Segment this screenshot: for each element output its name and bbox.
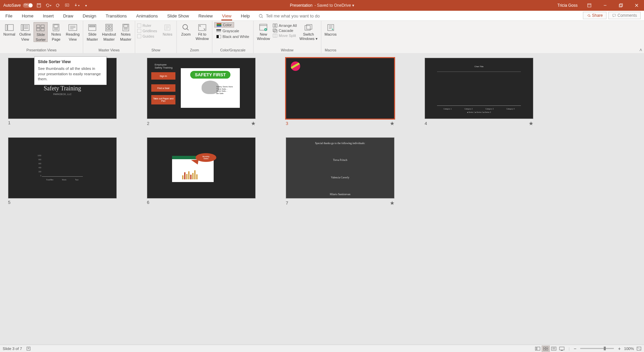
tab-slideshow[interactable]: Slide Show [166, 13, 190, 20]
zoom-out-icon[interactable]: − [572, 346, 578, 351]
chart-title: Chart Title [437, 65, 521, 68]
notes-page-button[interactable]: NotesPage [49, 22, 63, 41]
svg-rect-27 [124, 25, 128, 27]
normal-view-icon[interactable] [534, 346, 542, 352]
svg-rect-43 [537, 347, 540, 350]
x4: Category 4 [506, 108, 515, 110]
guides-label: Guides [143, 34, 154, 38]
slide-sorter-button[interactable]: SlideSorter [34, 22, 48, 42]
save-icon[interactable] [36, 2, 42, 9]
share-button[interactable]: Share [583, 12, 606, 19]
svg-rect-9 [8, 25, 13, 31]
zoom-value[interactable]: 100% [624, 347, 634, 351]
svg-rect-34 [275, 24, 277, 27]
svg-rect-42 [535, 347, 536, 350]
animation-icon: ★ [529, 120, 533, 127]
slide-sorter-area[interactable]: Safety Training PARKDECK, LLC 1 Employee… [0, 53, 644, 345]
slide-number: 1 [8, 120, 10, 125]
reading-view-button[interactable]: ReadingView [64, 22, 81, 41]
slide-master-button[interactable]: SlideMaster [85, 22, 99, 41]
tooltip-description: See thumbnails of all the slides in your… [38, 66, 103, 82]
group-macros: Macros Macros [321, 21, 340, 53]
slide7-line2: Treva Fritsch [286, 159, 394, 162]
color-button[interactable]: Color [214, 22, 234, 28]
tab-file[interactable]: File [5, 13, 13, 20]
notes-master-button[interactable]: NotesMaster [119, 22, 133, 41]
tab-animations[interactable]: Animations [136, 13, 158, 20]
tab-view[interactable]: View [221, 13, 232, 20]
tab-home[interactable]: Home [21, 13, 34, 20]
tab-help[interactable]: Help [240, 13, 251, 20]
group-label-presentation-views: Presentation Views [26, 47, 57, 53]
reading-l2: View [69, 37, 77, 42]
svg-rect-5 [619, 4, 622, 7]
svg-rect-48 [551, 347, 556, 350]
tab-design[interactable]: Design [82, 13, 97, 20]
slide-thumb-3[interactable]: 3★ [286, 58, 394, 127]
slideshow-view-icon[interactable] [558, 346, 566, 352]
switch-windows-button[interactable]: Switch Windows ▾ [298, 22, 319, 41]
move-split-label: Move Split [279, 34, 296, 38]
slide-thumb-5[interactable]: 10008006004002000 Food/BevMusicToys 5 [8, 137, 117, 206]
notes-label: Notes [163, 32, 172, 37]
svg-rect-12 [37, 25, 40, 28]
new-window-button[interactable]: New Window [256, 22, 271, 41]
svg-rect-14 [37, 28, 40, 31]
title-bar: AutoSave On ▾ ▾ ▾ Presentation - Saved t… [0, 0, 644, 11]
doc-saved-status[interactable]: - Saved to OneDrive ▾ [315, 3, 354, 8]
hm-l2: Master [103, 37, 115, 42]
outline-view-button[interactable]: OutlineView [18, 22, 32, 41]
group-label-master-views: Master Views [99, 47, 120, 53]
fit-to-window-button[interactable]: Fit to Window [194, 22, 210, 41]
notes-button[interactable]: Notes [160, 22, 174, 37]
cascade-button[interactable]: Cascade [273, 29, 297, 33]
restore-icon[interactable] [613, 0, 628, 11]
group-label-show: Show [151, 47, 160, 53]
comments-button[interactable]: Comments [608, 12, 641, 19]
slide-thumb-2[interactable]: Employee Safety Training Sign In Find a … [147, 58, 256, 127]
fit-to-window-icon[interactable] [637, 347, 641, 351]
handout-master-button[interactable]: HandoutMaster [101, 22, 117, 41]
tab-transitions[interactable]: Transitions [105, 13, 127, 20]
autosave-toggle[interactable]: AutoSave On [3, 3, 33, 8]
user-name[interactable]: Tricia Goss [557, 3, 578, 8]
zoom-slider[interactable] [580, 348, 614, 349]
group-presentation-views: Normal OutlineView SlideSorter NotesPage… [0, 21, 83, 53]
slide-thumb-6[interactable]: Monthly Sales 6 [147, 137, 256, 206]
tab-draw[interactable]: Draw [62, 13, 74, 20]
collapse-ribbon-icon[interactable]: ᐱ [640, 48, 642, 52]
from-beginning-icon[interactable] [64, 2, 70, 9]
normal-view-button[interactable]: Normal [2, 22, 16, 37]
close-icon[interactable] [629, 0, 644, 11]
sorter-l2: Sorter [36, 38, 46, 42]
svg-point-6 [259, 14, 262, 17]
minimize-icon[interactable] [597, 0, 612, 11]
nm-l2: Master [120, 37, 131, 42]
tooltip-slide-sorter: Slide Sorter View See thumbnails of all … [34, 56, 107, 85]
animation-icon: ★ [251, 120, 256, 127]
slide-thumb-7[interactable]: Special thanks go to the following indiv… [286, 137, 394, 206]
zoom-button[interactable]: Zoom [179, 22, 193, 37]
slide-number: 7 [286, 201, 288, 206]
slide-thumb-4[interactable]: Chart Title Category 1Category 2Category… [425, 58, 533, 127]
grayscale-label: Grayscale [222, 29, 239, 33]
tooltip-title: Slide Sorter View [38, 59, 103, 64]
redo-icon[interactable] [54, 2, 61, 9]
qat-customize-icon[interactable]: ▾ [83, 2, 89, 9]
accessibility-icon[interactable] [26, 346, 31, 351]
ribbon-display-icon[interactable] [582, 0, 597, 11]
zoom-in-icon[interactable]: + [616, 346, 622, 351]
reading-view-icon[interactable] [550, 346, 558, 352]
sorter-view-icon[interactable] [542, 346, 550, 352]
touch-mode-icon[interactable]: ▾ [73, 2, 80, 9]
tell-me-search[interactable]: Tell me what you want to do [259, 13, 320, 20]
slide5-chart: 10008006004002000 Food/BevMusicToys [42, 155, 83, 181]
black-white-button[interactable]: Black and White [214, 34, 251, 39]
macros-button[interactable]: Macros [323, 22, 338, 37]
undo-icon[interactable]: ▾ [45, 2, 52, 9]
svg-rect-35 [273, 29, 276, 32]
tab-review[interactable]: Review [198, 13, 213, 20]
tab-insert[interactable]: Insert [42, 13, 55, 20]
grayscale-button[interactable]: Grayscale [214, 29, 241, 33]
arrange-all-button[interactable]: Arrange All [273, 24, 297, 28]
